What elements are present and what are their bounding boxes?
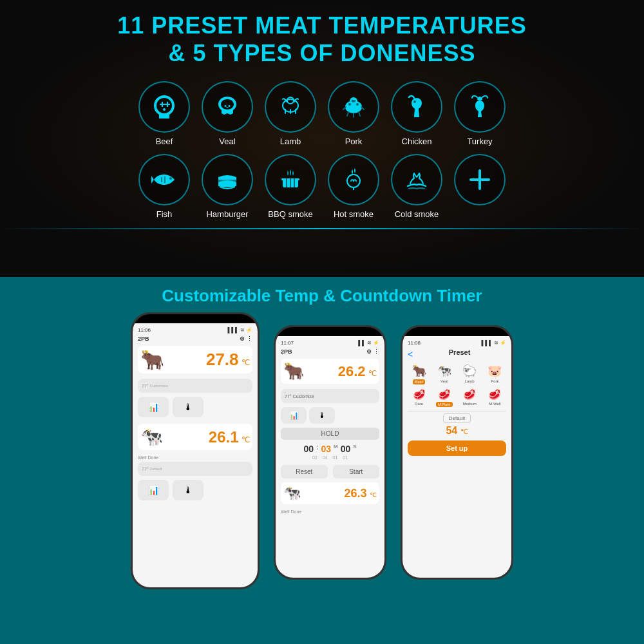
preset-beef[interactable]: 🐂 Beef (408, 364, 430, 384)
doneness-medium-rare[interactable]: 🥩 M.Rare (433, 388, 455, 407)
temp-btn-1[interactable]: 🌡 (173, 397, 204, 417)
probe2-label: Well Done (138, 455, 252, 460)
probe-row-ph2-2: 🐄 26.3 ℃ (281, 482, 379, 504)
btn-row-1: 📊 🌡 (138, 397, 252, 417)
phone-2: 11:07 ▌▌ ≋ ⚡ 2PB ⚙ ⋮ 🐂 26.2 ℃ 77° (274, 325, 386, 580)
icon-lamb: Lamb (265, 81, 316, 146)
svg-point-1 (287, 97, 294, 104)
icon-coldsmoke: Cold smoke (391, 154, 442, 219)
action-btns-ph2: Reset Start (281, 465, 379, 478)
status-bar-1: 11:06 ▌▌▌ ≋ ⚡ (138, 327, 252, 333)
probe-slider-ph2: 77° Customize (281, 389, 379, 403)
icon-fish: Fish (138, 154, 190, 219)
phones-row: 11:06 ▌▌▌ ≋ ⚡ 2PB ⚙ ⋮ 🐂 27.8 ℃ (131, 312, 513, 589)
status-bar-2: 11:07 ▌▌ ≋ ⚡ (281, 340, 379, 346)
phone-screen-1: 11:06 ▌▌▌ ≋ ⚡ 2PB ⚙ ⋮ 🐂 27.8 ℃ (133, 323, 258, 587)
probe-slider-2: 77° Default (138, 462, 252, 476)
temp-btn-2[interactable]: 🌡 (173, 480, 204, 500)
preset-header: < Preset (408, 348, 506, 360)
icon-bbq: BBQ smoke (265, 154, 316, 219)
phone-notch-1 (176, 314, 214, 323)
doneness-grid: 🥩 Rare 🥩 M.Rare 🥩 Medium 🥩 M.Well (408, 388, 506, 407)
icon-hotsmoke: Hot smoke (328, 154, 379, 219)
svg-point-6 (354, 100, 355, 101)
preset-lamb[interactable]: 🐑 Lamb (459, 364, 481, 384)
icon-plus[interactable] (454, 154, 506, 219)
phone-1: 11:06 ▌▌▌ ≋ ⚡ 2PB ⚙ ⋮ 🐂 27.8 ℃ (131, 312, 260, 589)
svg-point-8 (356, 103, 359, 106)
preset-meat-grid: 🐂 Beef 🐄 Veal 🐑 Lamb 🐷 Pork (408, 364, 506, 384)
preset-temp-display: 54 ℃ (408, 425, 506, 437)
preset-pork[interactable]: 🐷 Pork (484, 364, 506, 384)
svg-point-9 (413, 100, 416, 103)
default-label: Default (408, 415, 506, 421)
timer-display: 00: 03M 00S (281, 444, 379, 454)
probe-slider-1: 77° Customize (138, 379, 252, 393)
setup-btn[interactable]: Set up (408, 440, 506, 456)
probe-row-1: 🐂 27.8 ℃ (138, 346, 252, 374)
probe-row-ph2: 🐂 26.2 ℃ (281, 359, 379, 384)
icon-veal: Veal (202, 81, 253, 146)
main-title: 11 PRESET MEAT TEMPERATURES & 5 TYPES OF… (117, 12, 527, 67)
chart-btn-1[interactable]: 📊 (138, 397, 169, 417)
status-bar-3: 11:08 ▌▌▌ ≋ ⚡ (408, 340, 506, 346)
icon-hamburger: Hamburger (202, 154, 253, 219)
probe-icon-1: 🐂 (140, 348, 164, 371)
doneness-medium[interactable]: 🥩 Medium (459, 388, 481, 407)
svg-rect-12 (218, 180, 236, 182)
slider-1[interactable]: 77° Customize (138, 379, 252, 393)
hold-btn[interactable]: HOLD (281, 428, 379, 440)
slider-2[interactable]: 77° Default (138, 462, 252, 476)
divider-ph3 (408, 411, 506, 412)
phone-3: 11:08 ▌▌▌ ≋ ⚡ < Preset 🐂 Beef 🐄 Veal (401, 325, 513, 580)
bottom-title: Customizable Temp & Countdown Timer (162, 286, 482, 306)
icon-pork: Pork (328, 81, 379, 146)
phone-header-2: 2PB ⚙ ⋮ (281, 348, 379, 355)
meat-icons-row2: Fish Hamburger BBQ smoke H (138, 154, 506, 219)
chart-btn-2[interactable]: 📊 (138, 480, 169, 500)
svg-rect-11 (218, 182, 236, 185)
chart-btn-ph2[interactable]: 📊 (281, 407, 307, 424)
icon-turkey: Turkey (454, 81, 506, 146)
probe-icon-2: 🐄 (140, 426, 163, 448)
icon-beef: Beef (138, 81, 190, 146)
svg-point-10 (169, 177, 172, 180)
btn-row-ph2: 📊 🌡 (281, 407, 379, 424)
bottom-section: Customizable Temp & Countdown Timer 11:0… (0, 277, 644, 644)
start-btn[interactable]: Start (333, 465, 380, 478)
icon-chicken: Chicken (391, 81, 442, 146)
preset-veal[interactable]: 🐄 Veal (433, 364, 455, 384)
phone-screen-3: 11:08 ▌▌▌ ≋ ⚡ < Preset 🐂 Beef 🐄 Veal (402, 336, 511, 578)
doneness-medium-well[interactable]: 🥩 M.Well (484, 388, 506, 407)
meat-icons-row1: Beef Veal Lamb Pork (138, 81, 506, 146)
probe-icon-ph2-2: 🐄 (283, 485, 301, 502)
phone-header-1: 2PB ⚙ ⋮ (138, 336, 252, 342)
svg-point-5 (352, 100, 353, 101)
temp-btn-ph2[interactable]: 🌡 (309, 407, 335, 424)
slider-ph2[interactable]: 77° Customize (281, 389, 379, 403)
doneness-rare[interactable]: 🥩 Rare (408, 388, 430, 407)
divider (0, 228, 644, 229)
timer-sub: 02 04 01 01 (281, 455, 379, 460)
btn-row-2: 📊 🌡 (138, 480, 252, 500)
probe2-label-ph2: Well Done (281, 509, 379, 514)
reset-btn[interactable]: Reset (281, 465, 328, 478)
probe-row-2: 🐄 26.1 ℃ (138, 424, 252, 450)
phone-notch-3 (438, 327, 477, 336)
probe-icon-ph2: 🐂 (283, 361, 304, 381)
top-section: 11 PRESET MEAT TEMPERATURES & 5 TYPES OF… (0, 0, 644, 277)
phone-screen-2: 11:07 ▌▌ ≋ ⚡ 2PB ⚙ ⋮ 🐂 26.2 ℃ 77° (276, 336, 384, 578)
phone-notch-2 (311, 327, 350, 336)
back-btn[interactable]: < (408, 349, 413, 359)
svg-point-7 (348, 103, 351, 106)
